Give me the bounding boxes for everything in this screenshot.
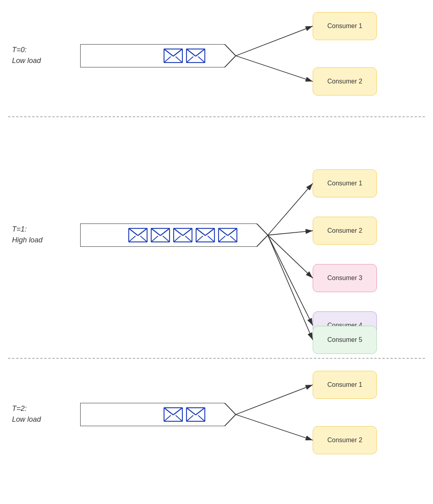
consumer-t1-2: Consumer 2 xyxy=(313,217,377,245)
envelope-icon xyxy=(196,228,215,242)
envelopes-t1 xyxy=(127,224,238,247)
arrow-line xyxy=(236,56,313,81)
arrow-line xyxy=(268,235,313,340)
queue-t1 xyxy=(80,224,257,247)
arrow-line xyxy=(268,235,313,278)
envelope-icon xyxy=(128,228,148,242)
svg-marker-0 xyxy=(80,44,236,67)
consumer-t1-3: Consumer 3 xyxy=(313,264,377,292)
consumer-t2-2: Consumer 2 xyxy=(313,426,377,454)
envelope-icon xyxy=(164,407,183,422)
envelope-icon xyxy=(164,49,183,63)
arrow-line xyxy=(268,235,313,325)
consumer-t0-1: Consumer 1 xyxy=(313,12,377,40)
section-t2: T=2:Low load Consumer 1Consumer 2 xyxy=(0,359,433,475)
label-t2: T=2:Low load xyxy=(12,403,41,425)
envelopes-t2 xyxy=(163,403,206,426)
arrow-line xyxy=(236,415,313,440)
consumer-t2-1: Consumer 1 xyxy=(313,371,377,399)
svg-marker-39 xyxy=(80,403,236,426)
queue-shape-icon xyxy=(80,44,236,67)
queue-shape-icon xyxy=(80,403,236,426)
section-t0: T=0:Low load Consumer 1Consumer 2 xyxy=(0,0,433,116)
consumer-t1-1: Consumer 1 xyxy=(313,169,377,197)
envelope-icon xyxy=(186,49,205,63)
section-t1: T=1:High load Consumer 1Consumer 2Consum… xyxy=(0,117,433,358)
label-t1: T=1:High load xyxy=(12,224,42,246)
arrow-line xyxy=(236,26,313,56)
envelope-icon xyxy=(151,228,170,242)
queue-t2 xyxy=(80,403,225,426)
arrow-line xyxy=(268,231,313,235)
consumer-t0-2: Consumer 2 xyxy=(313,67,377,96)
envelope-icon xyxy=(218,228,237,242)
envelopes-t0 xyxy=(163,44,206,67)
consumer-t1-5: Consumer 5 xyxy=(313,326,377,354)
arrow-line xyxy=(268,183,313,235)
arrow-line xyxy=(236,385,313,415)
envelope-icon xyxy=(173,228,192,242)
envelope-icon xyxy=(186,407,205,422)
label-t0: T=0:Low load xyxy=(12,45,41,66)
queue-t0 xyxy=(80,44,225,67)
